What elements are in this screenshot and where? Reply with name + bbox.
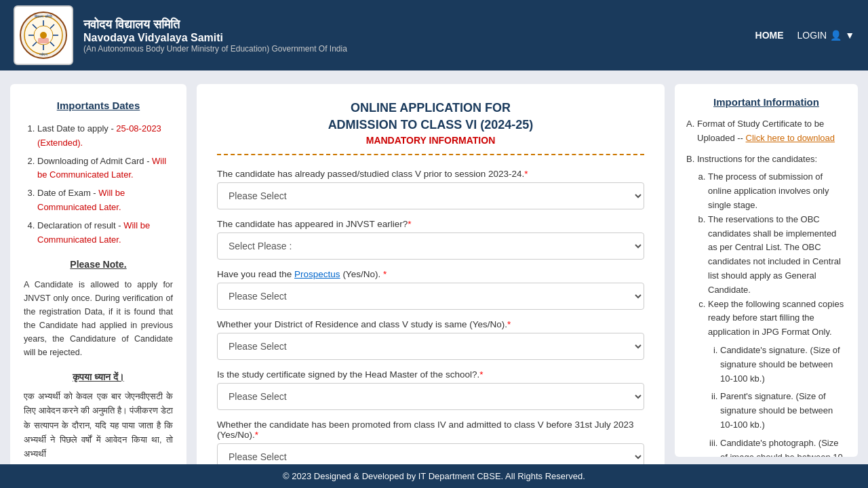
date-label-2: Downloading of Admit Card - bbox=[37, 156, 152, 166]
form-group-q3: Have you read the Prospectus (Yes/No). *… bbox=[217, 269, 644, 310]
scan-item-iii: Candidate's photograph. (Size of image s… bbox=[720, 436, 848, 457]
org-subtitle: (An Autonomous Body Under Ministry of Ed… bbox=[83, 44, 347, 54]
sub-list-b: The process of submission of online appl… bbox=[697, 170, 848, 457]
select-q1[interactable]: Please Select Yes No bbox=[217, 182, 644, 209]
date-item-4: Declaration of result - Will be Communic… bbox=[37, 219, 173, 247]
login-button[interactable]: LOGIN 👤 ▼ bbox=[797, 30, 854, 41]
info-b-label: Instructions for the candidates: bbox=[697, 154, 817, 164]
scan-item-i: Candidate's signature. (Size of signatur… bbox=[720, 344, 848, 386]
form-group-q4: Whether your District of Residence and c… bbox=[217, 319, 644, 360]
form-group-q6: Whether the candidate has been promoted … bbox=[217, 420, 644, 470]
required-star-q6: * bbox=[255, 430, 258, 440]
date-label-1: Last Date to apply - bbox=[37, 123, 116, 134]
info-b-b: The reservations to the OBC candidates s… bbox=[708, 213, 848, 298]
required-star-q3: * bbox=[383, 269, 387, 279]
form-group-q5: Is the study certificate signed by the H… bbox=[217, 369, 644, 410]
form-group-q1: The candidate has already passed/studied… bbox=[217, 169, 644, 209]
svg-text:नवोदय: नवोदय bbox=[39, 52, 47, 56]
hindi-section-text: एक अभ्यर्थी को केवल एक बार जेएनवीएसटी के… bbox=[24, 390, 173, 462]
date-item-2: Downloading of Admit Card - Will be Comm… bbox=[37, 155, 173, 183]
svg-text:विद्यालय समिति: विद्यालय समिति bbox=[34, 14, 52, 18]
download-link[interactable]: Click here to download bbox=[746, 133, 835, 143]
org-hindi-name: नवोदय विद्यालय समिति bbox=[83, 18, 347, 32]
right-panel: Important Information Format of Study Ce… bbox=[675, 84, 858, 457]
important-dates-heading: Importants Dates bbox=[24, 98, 173, 114]
chevron-down-icon: ▼ bbox=[845, 30, 854, 41]
svg-point-11 bbox=[40, 32, 47, 39]
mandatory-info-label: MANDATORY INFORMATION bbox=[217, 135, 644, 155]
org-english-name: Navodaya Vidyalaya Samiti bbox=[83, 32, 347, 44]
info-item-a: Format of Study Certificate to be Upload… bbox=[697, 117, 848, 146]
info-b-c: Keep the following scanned copies ready … bbox=[708, 298, 848, 457]
required-star-q5: * bbox=[479, 369, 483, 380]
please-note-heading: Please Note. bbox=[24, 257, 173, 272]
form-label-q6: Whether the candidate has been promoted … bbox=[217, 420, 644, 440]
scan-list: Candidate's signature. (Size of signatur… bbox=[708, 344, 848, 457]
required-star-q2: * bbox=[408, 219, 411, 229]
date-item-3: Date of Exam - Will be Communicated Late… bbox=[37, 186, 173, 215]
info-b-a: The process of submission of online appl… bbox=[708, 170, 848, 212]
header: विद्यालय समिति नवोदय नवोदय विद्यालय समित… bbox=[0, 0, 868, 70]
scan-item-ii: Parent's signature. (Size of signature s… bbox=[720, 390, 848, 432]
select-q2[interactable]: Select Please : Yes No bbox=[217, 232, 644, 260]
center-panel: ONLINE APPLICATION FOR ADMISSION TO CLAS… bbox=[197, 84, 665, 488]
header-left: विद्यालय समिति नवोदय नवोदय विद्यालय समित… bbox=[14, 5, 347, 65]
form-group-q2: The candidate has appeared in JNVST earl… bbox=[217, 219, 644, 260]
form-title-line1: ONLINE APPLICATION FOR bbox=[217, 101, 644, 115]
select-q3[interactable]: Please Select Yes No bbox=[217, 283, 644, 310]
header-title: नवोदय विद्यालय समिति Navodaya Vidyalaya … bbox=[83, 18, 347, 54]
hindi-section-heading: कृपया ध्यान दें। bbox=[24, 369, 173, 384]
date-label-3: Date of Exam - bbox=[37, 188, 98, 198]
main-content: Importants Dates Last Date to apply - 25… bbox=[0, 70, 868, 488]
logo-box: विद्यालय समिति नवोदय bbox=[14, 5, 73, 65]
important-info-list: Format of Study Certificate to be Upload… bbox=[685, 117, 848, 457]
form-label-q5: Is the study certificate signed by the H… bbox=[217, 369, 644, 380]
date-label-4: Declaration of result - bbox=[37, 220, 123, 230]
select-q5[interactable]: Please Select Yes No bbox=[217, 383, 644, 410]
footer-text: © 2023 Designed & Developed by IT Depart… bbox=[283, 471, 585, 481]
form-title-line2: ADMISSION TO CLASS VI (2024-25) bbox=[217, 118, 644, 132]
please-note-text: A Candidate is allowed to apply for JNVS… bbox=[24, 278, 173, 359]
form-label-q2: The candidate has appeared in JNVST earl… bbox=[217, 219, 644, 229]
header-nav: HOME LOGIN 👤 ▼ bbox=[755, 30, 854, 41]
logo-icon: विद्यालय समिति नवोदय bbox=[19, 11, 68, 60]
svg-rect-14 bbox=[38, 38, 49, 43]
form-label-q4: Whether your District of Residence and c… bbox=[217, 319, 644, 329]
footer: © 2023 Designed & Developed by IT Depart… bbox=[0, 464, 868, 488]
left-panel: Importants Dates Last Date to apply - 25… bbox=[10, 84, 186, 475]
date-item-1: Last Date to apply - 25-08-2023 (Extende… bbox=[37, 122, 173, 150]
form-label-q1: The candidate has already passed/studied… bbox=[217, 169, 644, 179]
form-label-q3: Have you read the Prospectus (Yes/No). * bbox=[217, 269, 644, 279]
prospectus-link[interactable]: Prospectus bbox=[294, 269, 340, 279]
login-label: LOGIN bbox=[797, 30, 827, 41]
required-star-q1: * bbox=[524, 169, 528, 179]
important-info-heading: Important Information bbox=[685, 94, 848, 110]
required-star-q4: * bbox=[507, 319, 511, 329]
home-link[interactable]: HOME bbox=[755, 30, 784, 41]
select-q4[interactable]: Please Select Yes No bbox=[217, 333, 644, 360]
hindi-section: कृपया ध्यान दें। एक अभ्यर्थी को केवल एक … bbox=[24, 369, 173, 462]
user-icon: 👤 bbox=[830, 30, 842, 41]
dates-list: Last Date to apply - 25-08-2023 (Extende… bbox=[24, 122, 173, 247]
info-item-b: Instructions for the candidates: The pro… bbox=[697, 152, 848, 457]
